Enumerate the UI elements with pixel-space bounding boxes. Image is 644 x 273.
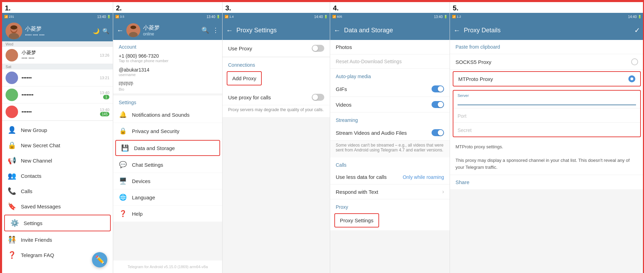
settings-icon-1: ⚙️ — [10, 219, 19, 227]
gifs-label: GIFs — [336, 86, 347, 92]
chat-item-1[interactable]: 小菱梦 •••• •••• 13:26 — [2, 47, 113, 64]
proxy-settings-title: Proxy Settings — [236, 27, 326, 34]
use-proxy-calls-row: Use proxy for calls — [223, 90, 330, 105]
help-icon-1: ❓ — [8, 251, 16, 259]
reset-auto-download[interactable]: Reset Auto-Download Settings — [330, 55, 450, 69]
server-label: Server — [458, 93, 636, 98]
search-icon-2[interactable]: 🔍 — [201, 26, 209, 34]
chat-name-2: •••••• — [22, 75, 96, 81]
back-arrow-4[interactable]: ← — [334, 26, 341, 34]
respond-text-row[interactable]: Respond with Text › — [330, 184, 450, 199]
back-arrow-5[interactable]: ← — [453, 26, 460, 34]
socks5-row[interactable]: SOCKS5 Proxy — [450, 54, 644, 70]
menu-item-new-channel[interactable]: 📢 New Channel — [2, 153, 113, 168]
chat-name-3: ••••••• — [22, 92, 96, 98]
use-proxy-toggle[interactable] — [312, 45, 324, 52]
mtproto-radio[interactable] — [628, 75, 635, 82]
settings-item-help[interactable]: ❓ Help — [113, 206, 222, 222]
menu-item-new-group[interactable]: 👤 New Group — [2, 122, 113, 138]
gifs-toggle[interactable] — [432, 85, 444, 92]
menu-label-new-group: New Group — [21, 127, 47, 133]
videos-toggle[interactable] — [432, 101, 444, 108]
bookmark-icon: 🔖 — [8, 202, 16, 210]
settings-item-privacy[interactable]: 🔒 Privacy and Security — [113, 123, 222, 139]
header-1: 小菱梦 ••••• •••• •••• 🌙 🔍 — [2, 20, 113, 41]
chat-item-2[interactable]: •••••• 13:21 — [2, 69, 113, 86]
fab-compose-button[interactable]: ✏️ — [92, 252, 107, 267]
phone-value: +1 (800) 966-7320 — [119, 53, 217, 59]
videos-row: Videos — [330, 97, 450, 113]
avatar-2[interactable] — [126, 23, 140, 37]
menu-item-new-secret[interactable]: 🔒 New Secret Chat — [2, 138, 113, 153]
grey-section — [450, 189, 644, 273]
account-section-label: Account — [113, 40, 222, 51]
mtproto-row[interactable]: MTProto Proxy — [453, 71, 641, 86]
settings-item-notifications[interactable]: 🔔 Notifications and Sounds — [113, 107, 222, 123]
time-5: 14:40 — [628, 15, 637, 19]
chat-item-4[interactable]: •••••• 13:40 145 — [2, 104, 113, 121]
streaming-section: Streaming — [330, 113, 450, 125]
battery-icon-1: 🔋 — [107, 15, 111, 18]
back-arrow-2[interactable]: ← — [117, 26, 124, 34]
more-icon-2[interactable]: ⋮ — [212, 26, 219, 34]
socks5-radio[interactable] — [631, 58, 638, 65]
header-2: ← 小菱梦 online 🔍 ⋮ — [113, 20, 222, 40]
status-bar-2: 📶 3.5 13:40 🔋 — [113, 13, 222, 20]
photos-row: Photos — [330, 40, 450, 55]
header-3: ← Proxy Settings — [223, 20, 330, 40]
chat-badge-4: 145 — [100, 112, 109, 116]
proxy-settings-label: Proxy Settings — [340, 217, 374, 223]
less-data-value[interactable]: Only while roaming — [403, 174, 444, 180]
use-proxy-calls-toggle[interactable] — [312, 94, 324, 101]
checkmark-icon[interactable]: ✓ — [634, 26, 640, 34]
autoplay-section: Auto-play media — [330, 69, 450, 81]
menu-label-saved: Saved Messages — [21, 204, 61, 209]
settings-label-help: Help — [132, 211, 143, 217]
moon-icon[interactable]: 🌙 — [93, 28, 100, 34]
videos-label: Videos — [336, 102, 352, 108]
proxy-section-label: Proxy — [330, 199, 450, 212]
settings-item-chat[interactable]: 💬 Chat Settings — [113, 157, 222, 173]
battery-icon-2: 🔋 — [216, 15, 220, 18]
add-proxy-button[interactable]: Add Proxy — [227, 71, 262, 85]
settings-item-devices[interactable]: 🖥️ Devices — [113, 173, 222, 189]
share-button[interactable]: Share — [450, 175, 644, 189]
paste-clipboard-button[interactable]: Paste from clipboard — [450, 40, 644, 54]
chat-avatar-4 — [6, 106, 18, 118]
search-icon-1[interactable]: 🔍 — [102, 28, 109, 34]
chat-avatar-1 — [6, 49, 18, 61]
server-input-row: Server — [453, 91, 640, 108]
username-field: @abukar1314 username — [113, 65, 222, 79]
menu-item-settings[interactable]: ⚙️ Settings — [4, 215, 111, 231]
battery-icon-4: 🔋 — [444, 15, 448, 18]
proxy-settings-button[interactable]: Proxy Settings — [334, 213, 379, 228]
menu-label-new-secret: New Secret Chat — [21, 142, 60, 148]
menu-item-calls[interactable]: 📞 Calls — [2, 183, 113, 199]
back-arrow-3[interactable]: ← — [226, 26, 233, 34]
avatar-1[interactable] — [6, 23, 22, 39]
step-label-4: 4. — [330, 2, 450, 13]
bio-hint: Bio — [119, 87, 217, 91]
panel-2: 2. 📶 3.5 13:40 🔋 ← 小菱梦 onl — [113, 2, 223, 273]
settings-item-data[interactable]: 💾 Data and Storage — [115, 140, 220, 156]
time-1: 13:40 — [97, 15, 106, 19]
settings-item-language[interactable]: 🌐 Language — [113, 189, 222, 206]
person-icon: 👤 — [8, 126, 16, 134]
server-input[interactable] — [458, 98, 636, 105]
menu-item-invite[interactable]: 🧑‍🤝‍🧑 Invite Friends — [2, 232, 113, 247]
step-label-2: 2. — [113, 2, 222, 13]
stream-hint: Some videos can't be streamed – e.g., al… — [330, 141, 450, 157]
battery-icon-3: 🔋 — [324, 15, 328, 18]
menu-item-contacts[interactable]: 👥 Contacts — [2, 168, 113, 183]
time-4: 13:40 — [434, 15, 443, 19]
chat-item-3[interactable]: ••••••• 13:40 1 — [2, 86, 113, 104]
mtproto-label: MTProto Proxy — [458, 76, 493, 82]
settings-label-data: Data and Storage — [134, 145, 175, 151]
menu-label-faq: Telegram FAQ — [21, 252, 54, 258]
step-label-5: 5. — [450, 2, 644, 13]
menu-item-saved[interactable]: 🔖 Saved Messages — [2, 199, 113, 214]
stream-toggle[interactable] — [432, 129, 444, 136]
secret-input-row: Secret — [453, 123, 640, 136]
signal-icon-4: 📶 605 — [332, 15, 342, 18]
storage-icon: 💾 — [121, 144, 129, 152]
